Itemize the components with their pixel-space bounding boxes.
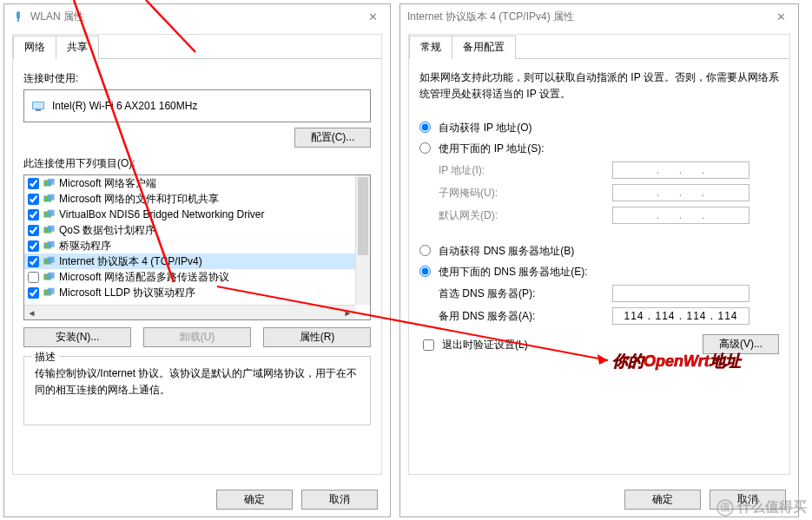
list-item[interactable]: Microsoft 网络客户端 <box>24 175 355 191</box>
connect-using-label: 连接时使用: <box>23 71 371 86</box>
tab-network[interactable]: 网络 <box>13 36 56 59</box>
list-item[interactable]: Internet 协议版本 4 (TCP/IPv4) <box>24 253 355 269</box>
item-label: Microsoft 网络的文件和打印机共享 <box>59 192 219 207</box>
item-checkbox[interactable] <box>28 225 39 236</box>
item-checkbox[interactable] <box>28 178 39 189</box>
subnet-mask-input: . . . <box>612 184 749 201</box>
preferred-dns-label: 首选 DNS 服务器(P): <box>439 286 612 301</box>
svg-rect-6 <box>48 179 55 185</box>
component-icon <box>43 271 56 283</box>
manual-ip-label: 使用下面的 IP 地址(S): <box>439 142 544 155</box>
uninstall-button: 卸载(U) <box>143 327 251 347</box>
list-item[interactable]: 桥驱动程序 <box>24 238 355 253</box>
item-checkbox[interactable] <box>28 287 39 299</box>
component-icon <box>43 255 56 267</box>
radio-auto-dns[interactable] <box>419 245 431 256</box>
list-item[interactable]: Microsoft LLDP 协议驱动程序 <box>24 285 355 300</box>
component-icon <box>43 240 56 252</box>
tab-general[interactable]: 常规 <box>409 36 452 59</box>
manual-dns-label: 使用下面的 DNS 服务器地址(E): <box>439 266 587 278</box>
horizontal-scrollbar[interactable]: ◄ ► <box>24 305 355 319</box>
item-label: Internet 协议版本 4 (TCP/IPv4) <box>59 254 202 269</box>
svg-rect-3 <box>33 102 43 109</box>
vertical-scrollbar[interactable] <box>355 175 370 305</box>
subnet-mask-label: 子网掩码(U): <box>439 186 612 201</box>
validate-label: 退出时验证设置(L) <box>442 338 528 352</box>
components-listbox[interactable]: Microsoft 网络客户端Microsoft 网络的文件和打印机共享Virt… <box>23 174 371 320</box>
alternate-dns-label: 备用 DNS 服务器(A): <box>439 309 612 324</box>
tab-alternate[interactable]: 备用配置 <box>452 36 516 59</box>
scroll-right-icon[interactable]: ► <box>340 306 355 320</box>
install-button[interactable]: 安装(N)... <box>23 327 131 347</box>
auto-ip-label: 自动获得 IP 地址(O) <box>439 122 531 134</box>
cancel-button[interactable]: 取消 <box>301 490 378 510</box>
items-label: 此连接使用下列项目(O): <box>23 156 371 171</box>
item-checkbox[interactable] <box>28 256 39 267</box>
item-label: Microsoft 网络客户端 <box>59 176 156 191</box>
component-icon <box>43 193 56 205</box>
svg-rect-16 <box>48 257 55 263</box>
component-icon <box>43 224 56 236</box>
item-checkbox[interactable] <box>28 209 39 221</box>
intro-text: 如果网络支持此功能，则可以获取自动指派的 IP 设置。否则，你需要从网络系统管理… <box>419 69 779 102</box>
item-checkbox[interactable] <box>28 194 39 205</box>
svg-rect-4 <box>36 109 41 111</box>
gateway-input: . . . <box>612 207 749 224</box>
scroll-left-icon[interactable]: ◄ <box>24 306 39 320</box>
list-item[interactable]: Microsoft 网络的文件和打印机共享 <box>24 191 355 207</box>
validate-checkbox[interactable] <box>423 339 434 351</box>
gateway-label: 默认网关(D): <box>439 208 612 223</box>
wlan-icon <box>11 10 25 23</box>
window-title: WLAN 属性 <box>30 10 84 24</box>
svg-rect-10 <box>48 210 55 216</box>
description-text: 传输控制协议/Internet 协议。该协议是默认的广域网络协议，用于在不同的相… <box>35 365 360 398</box>
configure-button[interactable]: 配置(C)... <box>294 128 371 148</box>
preferred-dns-input[interactable] <box>612 285 749 302</box>
list-item[interactable]: QoS 数据包计划程序 <box>24 222 355 238</box>
component-icon <box>43 208 56 221</box>
svg-rect-8 <box>48 194 55 201</box>
svg-rect-1 <box>17 19 19 22</box>
svg-rect-18 <box>48 273 55 279</box>
list-item[interactable]: VirtualBox NDIS6 Bridged Networking Driv… <box>24 207 355 222</box>
list-item[interactable]: Microsoft 网络适配器多路传送器协议 <box>24 269 355 285</box>
close-icon[interactable]: ✕ <box>769 7 793 27</box>
component-icon <box>43 177 56 189</box>
item-label: Microsoft 网络适配器多路传送器协议 <box>59 270 229 285</box>
window-title: Internet 协议版本 4 (TCP/IPv4) 属性 <box>407 10 574 24</box>
item-label: 桥驱动程序 <box>59 239 111 253</box>
properties-button[interactable]: 属性(R) <box>263 327 371 347</box>
ok-button[interactable]: 确定 <box>624 490 701 510</box>
item-label: Microsoft LLDP 协议驱动程序 <box>59 286 195 300</box>
close-icon[interactable]: ✕ <box>361 7 385 27</box>
component-icon <box>43 286 56 299</box>
svg-rect-20 <box>48 288 55 294</box>
item-label: QoS 数据包计划程序 <box>59 223 155 238</box>
radio-manual-ip[interactable] <box>419 142 431 154</box>
ok-button[interactable]: 确定 <box>216 490 293 510</box>
adapter-icon <box>31 99 45 113</box>
svg-rect-14 <box>48 241 55 247</box>
radio-auto-ip[interactable] <box>419 122 431 133</box>
auto-dns-label: 自动获得 DNS 服务器地址(B) <box>439 245 574 257</box>
description-title: 描述 <box>31 350 59 365</box>
tab-sharing[interactable]: 共享 <box>56 36 99 59</box>
svg-rect-0 <box>17 11 20 19</box>
advanced-button[interactable]: 高级(V)... <box>703 334 779 354</box>
ip-address-input: . . . <box>612 161 749 179</box>
radio-manual-dns[interactable] <box>419 266 431 277</box>
cancel-button[interactable]: 取消 <box>710 490 786 510</box>
adapter-name: Intel(R) Wi-Fi 6 AX201 160MHz <box>52 100 197 112</box>
svg-rect-12 <box>48 226 55 232</box>
item-checkbox[interactable] <box>28 240 39 252</box>
adapter-box: Intel(R) Wi-Fi 6 AX201 160MHz <box>23 89 371 122</box>
item-checkbox[interactable] <box>28 272 39 283</box>
item-label: VirtualBox NDIS6 Bridged Networking Driv… <box>59 208 265 221</box>
alternate-dns-input[interactable]: 114 . 114 . 114 . 114 <box>612 307 749 325</box>
ip-address-label: IP 地址(I): <box>439 163 612 178</box>
